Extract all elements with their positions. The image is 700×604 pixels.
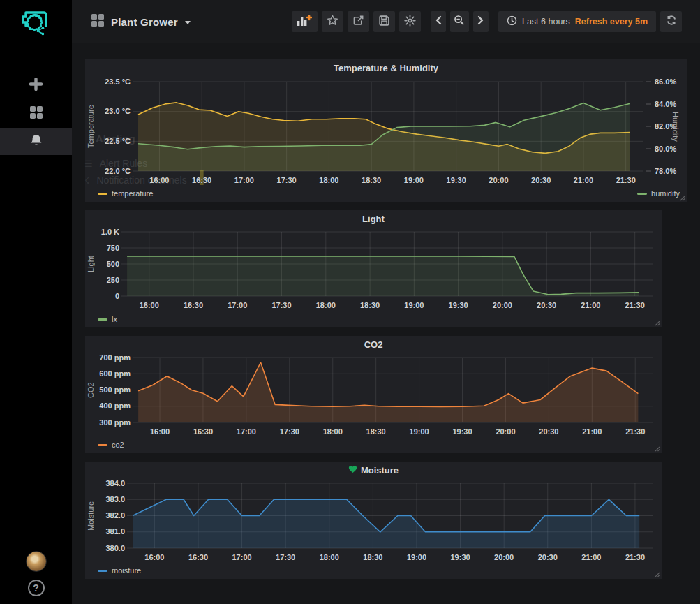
svg-text:17:30: 17:30 [276,553,295,561]
help-icon[interactable]: ? [28,580,45,596]
temperature-humidity-chart[interactable]: 23.5 °C23.0 °C22.5 °C22.0 °C16:0016:3017… [85,59,687,202]
chevron-left-icon [435,15,442,28]
legend-color-swatch [98,318,107,321]
zoom-out-icon [454,15,465,29]
legend-lx[interactable]: lx [98,315,117,323]
time-forward-button[interactable] [473,11,489,32]
clock-icon [507,15,517,29]
svg-text:18:00: 18:00 [323,427,343,436]
add-panel-button[interactable] [292,11,318,32]
svg-text:19:30: 19:30 [450,553,470,561]
svg-text:20:30: 20:30 [539,427,558,436]
time-back-button[interactable] [431,11,446,32]
svg-text:21:30: 21:30 [625,427,645,436]
svg-text:20:30: 20:30 [538,553,558,561]
svg-text:19:30: 19:30 [447,176,466,184]
svg-text:20:30: 20:30 [537,301,556,309]
add-panel-icon [297,15,312,29]
panel-title[interactable]: Light [85,214,662,224]
zoom-out-button[interactable] [450,11,469,32]
panel-title[interactable]: CO2 [85,339,662,350]
gear-icon [404,15,416,29]
svg-text:17:30: 17:30 [277,176,297,184]
settings-button[interactable] [399,11,421,32]
svg-text:18:00: 18:00 [319,176,338,184]
legend-label: temperature [112,189,153,198]
chevron-down-icon [185,21,191,24]
svg-text:16:00: 16:00 [150,427,170,436]
svg-text:23.0 °C: 23.0 °C [105,107,131,115]
user-avatar[interactable] [26,551,47,572]
legend-color-swatch [98,193,107,195]
share-button[interactable] [348,11,369,32]
sidebar-help[interactable]: ? [0,580,72,596]
dashboard-grid-icon [91,14,104,29]
panel-resize-handle[interactable] [655,572,660,577]
svg-text:250: 250 [107,276,119,284]
svg-text:16:30: 16:30 [193,427,213,436]
legend-temperature[interactable]: temperature [98,189,153,198]
legend-co2[interactable]: co2 [98,441,124,449]
svg-text:21:00: 21:00 [582,427,602,436]
y-axis-label-co2: CO2 [87,358,95,422]
legend-color-swatch [98,570,107,572]
svg-text:21:00: 21:00 [574,176,593,184]
panel-title[interactable]: Moisture [85,465,662,476]
moisture-chart[interactable]: 384.0383.0382.0381.0380.016:0016:3017:00… [85,462,662,579]
bell-icon [29,133,43,151]
refresh-interval-label: Refresh every 5m [575,17,648,27]
svg-text:23.5 °C: 23.5 °C [105,78,131,86]
panel-resize-handle[interactable] [655,321,660,326]
svg-text:21:00: 21:00 [581,553,601,561]
y-axis-label-humidity: Humidity [671,82,680,171]
share-icon [352,15,364,29]
co2-chart[interactable]: 700 ppm600 ppm500 ppm400 ppm300 ppm16:00… [85,336,662,453]
svg-text:750: 750 [107,244,119,252]
app-logo-icon[interactable] [15,3,58,42]
dashboard-title-picker[interactable]: Plant Grower [91,14,191,29]
legend-humidity[interactable]: humidity [637,189,680,198]
plus-icon [29,78,43,94]
svg-text:18:30: 18:30 [360,301,380,309]
panel-title[interactable]: Temperature & Humidity [85,63,687,73]
legend-moisture[interactable]: moisture [98,566,141,575]
sidebar-profile[interactable] [0,551,72,572]
light-chart[interactable]: 1.0 K750500250016:0016:3017:0017:3018:00… [85,210,662,327]
time-range-picker[interactable]: Last 6 hours Refresh every 5m [498,11,656,32]
svg-text:21:30: 21:30 [616,176,636,184]
legend-color-swatch [637,193,647,195]
svg-text:17:00: 17:00 [234,176,254,184]
sidebar-item-create[interactable] [0,72,72,98]
page-title: Plant Grower [111,16,178,28]
svg-text:20:00: 20:00 [493,301,512,309]
svg-text:700 ppm: 700 ppm [99,353,131,362]
legend-label: humidity [651,189,680,198]
svg-text:18:30: 18:30 [363,553,382,561]
refresh-button[interactable] [660,11,682,32]
svg-text:1.0 K: 1.0 K [101,228,119,236]
svg-text:19:00: 19:00 [407,553,426,561]
svg-text:17:30: 17:30 [271,301,291,309]
svg-text:18:00: 18:00 [316,301,336,309]
toolbar: Last 6 hours Refresh every 5m [288,11,682,32]
sidebar-item-alerting[interactable] [0,128,72,155]
svg-text:21:30: 21:30 [625,553,645,561]
svg-text:16:00: 16:00 [149,176,169,184]
sidebar: ? [0,0,72,604]
star-button[interactable] [322,11,343,32]
panel-resize-handle[interactable] [680,196,685,201]
svg-text:18:00: 18:00 [320,553,339,561]
save-button[interactable] [373,11,395,32]
y-axis-label-temperature: Temperature [87,82,95,171]
svg-text:380.0: 380.0 [105,544,125,552]
refresh-icon [666,15,677,29]
svg-text:300 ppm: 300 ppm [99,418,131,427]
legend-label: moisture [112,566,141,575]
grafana-app: ? Plant Grower [0,0,700,604]
svg-text:16:30: 16:30 [192,176,211,184]
svg-text:17:00: 17:00 [237,427,256,436]
panel-co2: CO2 CO2 700 ppm600 ppm500 ppm400 ppm300 … [85,336,662,453]
svg-text:19:00: 19:00 [404,176,424,184]
panel-resize-handle[interactable] [655,446,660,452]
sidebar-item-dashboards[interactable] [0,101,72,127]
